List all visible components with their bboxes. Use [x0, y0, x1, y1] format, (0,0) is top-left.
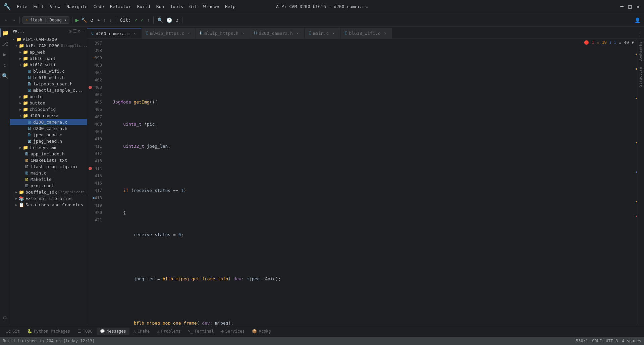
menu-item-navigate[interactable]: Navigate [64, 3, 90, 10]
tree-filesystem[interactable]: ▶ 📁 filesystem [10, 144, 87, 151]
tree-jpeg_head_c[interactable]: ▶ 🗎 jpeg_head.c [10, 132, 87, 138]
tree-bl618_wifi_c[interactable]: ▶ 🗎 bl618_wifi.c [10, 68, 87, 74]
tab-close-button-2[interactable]: ✕ [186, 30, 192, 36]
history-button[interactable]: 🕐 [165, 16, 173, 24]
bottom-tab-git[interactable]: ⎇ Git [3, 328, 23, 335]
bottom-tab-todo[interactable]: ☰ TODO [74, 328, 96, 335]
bottom-tab-problems[interactable]: ⚠ Problems [154, 328, 184, 335]
menu-item-help[interactable]: Help [222, 3, 238, 10]
refresh-button[interactable]: ↺ [174, 16, 179, 24]
tab-close-button-5[interactable]: ✕ [331, 30, 336, 36]
tab-close-button-6[interactable]: ✕ [382, 30, 388, 36]
git-push-button[interactable]: Git: [119, 16, 132, 24]
forward-button[interactable]: → [10, 17, 17, 23]
activity-search-icon[interactable]: 🔍 [0, 71, 10, 80]
close-button[interactable]: ✕ [635, 4, 641, 9]
tab-close-button-4[interactable]: ✕ [295, 30, 300, 36]
tree-d200_camera_c[interactable]: ▶ 🗎 d200_camera.c [10, 119, 87, 125]
bottom-tab-vcpkg[interactable]: 📦 Vcpkg [249, 328, 274, 335]
warning-indicator-5 [636, 201, 637, 202]
tree-bl618_wifi_h[interactable]: ▶ 🗎 bl618_wifi.h [10, 74, 87, 81]
tree-root[interactable]: ▾ 📁 AiPi-CAM-D200 [10, 36, 87, 43]
tree-flash_prog_cfg[interactable]: ▶ 🗎 flash_prog_cfg.ini [10, 163, 87, 170]
tree-chipconfig[interactable]: ▶ 📁 chipconfig [10, 106, 87, 113]
toolbar: ← → ⚡ flash | Debug ▾ ▶ 🔨 ↺ ↷ ↑ ↓ Git: ✓… [0, 13, 644, 27]
activity-run-icon[interactable]: ▶ [0, 50, 10, 59]
tree-jpeg_head_h[interactable]: ▶ 🗎 jpeg_head.h [10, 138, 87, 144]
run-config-selector[interactable]: ⚡ flash | Debug ▾ [22, 16, 69, 24]
minimize-button[interactable]: ─ [619, 4, 625, 9]
tab-main_c[interactable]: C main.c ✕ [305, 28, 340, 39]
tab-close-button-3[interactable]: ✕ [240, 30, 246, 36]
tree-d200_camera_h[interactable]: ▶ 🗎 d200_camera.h [10, 125, 87, 132]
tree-main_c[interactable]: ▶ 🗎 main.c [10, 170, 87, 176]
tree-proj_conf[interactable]: ▶ 🗎 proj.conf [10, 183, 87, 189]
tab-d200_camera_h[interactable]: H d200_camera.h ✕ [250, 28, 305, 39]
code-content[interactable]: JpgMode getImg(){ uint8_t *pic; uint32_t… [107, 39, 632, 325]
activity-pullrequest-icon[interactable]: ↕ [0, 60, 10, 70]
up-arrow-icon[interactable]: ▲ [619, 40, 621, 45]
tree-bouffalo_sdk[interactable]: ▶ 📁 bouffalo_sdk D:\applicati... [10, 189, 87, 195]
user-icon[interactable]: 👤 [634, 16, 641, 24]
sidebar-minimize-icon[interactable]: ─ [82, 29, 84, 33]
menu-item-view[interactable]: View [47, 3, 63, 10]
tree-bl618_wifi-folder[interactable]: ▾ 📁 bl618_wifi [10, 62, 87, 68]
tab-mlwip_https_h[interactable]: H mlwip_https.h ✕ [196, 28, 250, 39]
tab-close-button[interactable]: ✕ [132, 31, 137, 36]
menu-item-window[interactable]: Window [201, 3, 222, 10]
menu-item-git[interactable]: Git [186, 3, 200, 10]
tree-d200_camera-folder[interactable]: ▾ 📁 d200_camera [10, 113, 87, 119]
maximize-button[interactable]: □ [627, 4, 633, 9]
git-tab-label: Git [12, 329, 20, 334]
tree-button[interactable]: ▶ 📁 button [10, 100, 87, 106]
tree-app_include_h[interactable]: ▶ 🗎 app_include.h [10, 151, 87, 157]
code-editor[interactable]: 397 398 → 399 400 401 402 403 4 [87, 39, 637, 325]
menu-item-tools[interactable]: Tools [167, 3, 186, 10]
toolbar-separator-4 [153, 17, 154, 23]
tree-scratches[interactable]: ▶ 📋 Scratches and Consoles [10, 202, 87, 208]
tree-ap_web[interactable]: ▶ 📁 ap_web [10, 49, 87, 55]
menu-item-code[interactable]: Code [91, 3, 107, 10]
tabs-more-button[interactable]: ⋮ [634, 28, 644, 39]
structure-panel-label[interactable]: Structure [637, 64, 644, 90]
tree-external-libs[interactable]: ▶ 📚 External Libraries [10, 195, 87, 202]
activity-project-icon[interactable]: 📁 [0, 28, 10, 38]
tree-build[interactable]: ▶ 📁 build [10, 93, 87, 100]
reload-button[interactable]: ↺ [89, 16, 95, 24]
down-button[interactable]: ↓ [108, 16, 113, 24]
search-button[interactable]: 🔍 [156, 16, 164, 24]
tree-mbedtls_c[interactable]: ▶ 🗎 mbedtls_sample_c... [10, 87, 87, 93]
tab-mlwip_https_c[interactable]: C mlwip_https.c ✕ [142, 28, 196, 39]
vcpkg-tab-label: Vcpkg [259, 329, 271, 334]
bottom-tab-cmake[interactable]: △ CMake [130, 328, 153, 335]
menu-item-run[interactable]: Run [154, 3, 167, 10]
activity-commit-icon[interactable]: ⎇ [0, 39, 10, 48]
down-arrow-icon[interactable]: ▼ [632, 40, 634, 45]
bookmarks-panel-label[interactable]: Bookmarks [637, 39, 644, 64]
tree-aipicam-folder[interactable]: ▾ 📁 AiPi-CAM-D200 D:\applic... [10, 43, 87, 49]
step-over-button[interactable]: ↷ [96, 16, 101, 24]
menu-item-refactor[interactable]: Refactor [107, 3, 134, 10]
back-button[interactable]: ← [3, 17, 9, 23]
tab-d200_camera_c[interactable]: C d200_camera.c ✕ [87, 28, 142, 39]
bottom-tab-terminal[interactable]: >_ Terminal [184, 328, 217, 335]
build-button[interactable]: 🔨 [80, 16, 88, 24]
git-up-icon[interactable]: ↑ [146, 16, 151, 24]
menu-item-file[interactable]: File [14, 3, 30, 10]
bottom-tab-messages[interactable]: 💬 Messages [97, 328, 129, 335]
run-button[interactable]: ▶ [75, 16, 79, 23]
menu-item-edit[interactable]: Edit [31, 3, 46, 10]
tab-bl618_wifi_c[interactable]: C bl618_wifi.c ✕ [340, 28, 392, 39]
tree-cmakelists[interactable]: ▶ 🗎 CMakeLists.txt [10, 157, 87, 163]
sidebar-scope-icon[interactable]: ◎ [69, 29, 71, 33]
tree-lwipopts_user_h[interactable]: ▶ 🗎 lwipopts_user.h [10, 81, 87, 87]
sidebar-gear-icon[interactable]: ⚙ [78, 29, 80, 33]
activity-settings-icon[interactable]: ⚙ [0, 313, 10, 322]
sidebar-collapse-icon[interactable]: ☰ [73, 29, 77, 33]
tree-bl616_uart[interactable]: ▶ 📁 bl616_uart [10, 55, 87, 62]
menu-item-build[interactable]: Build [135, 3, 153, 10]
bottom-tab-services[interactable]: ⚙ Services [218, 328, 248, 335]
bottom-tab-python-packages[interactable]: 🐍 Python Packages [24, 328, 73, 335]
tree-makefile[interactable]: ▶ 🗎 Makefile [10, 176, 87, 183]
up-button[interactable]: ↑ [102, 16, 107, 24]
